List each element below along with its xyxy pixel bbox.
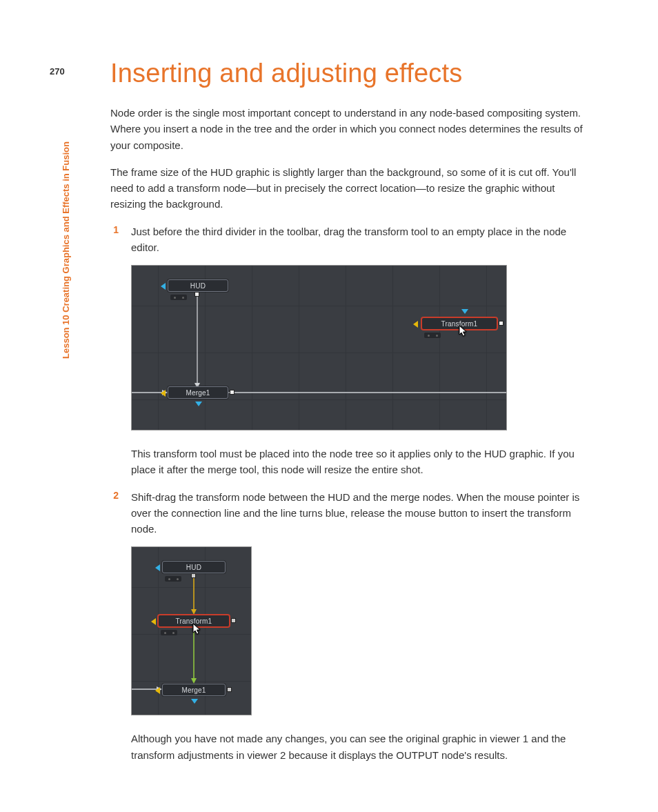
svg-marker-6 <box>191 609 197 615</box>
intro-paragraph-1: Node order is the single most important … <box>110 105 593 153</box>
output-port[interactable] <box>230 390 235 395</box>
page-number: 270 <box>50 66 65 77</box>
effect-mask-port-icon <box>461 309 468 314</box>
node-label: Merge1 <box>186 389 210 397</box>
node-label: Merge1 <box>181 686 206 694</box>
effect-mask-port-icon <box>195 402 202 406</box>
node-viewer-dots <box>161 630 177 635</box>
step-1: 1 Just before the third divider in the t… <box>110 224 593 256</box>
hud-node[interactable]: HUD <box>168 279 228 292</box>
node-label: HUD <box>190 282 206 290</box>
output-port[interactable] <box>227 687 232 692</box>
background-port-icon <box>155 687 160 694</box>
background-port-icon <box>161 390 166 397</box>
step-2: 2 Shift-drag the transform node between … <box>110 489 593 537</box>
step-number: 1 <box>110 224 119 256</box>
node-label: HUD <box>186 564 201 571</box>
after-step-2-text: Although you have not made any changes, … <box>131 731 593 763</box>
svg-marker-8 <box>191 678 197 684</box>
node-viewer-dots <box>165 576 181 582</box>
after-step-1-text: This transform tool must be placed into … <box>131 446 593 478</box>
input-port-icon <box>413 321 418 328</box>
output-port[interactable] <box>191 573 196 578</box>
step-text: Just before the third divider in the too… <box>131 224 593 256</box>
output-port[interactable] <box>499 321 504 326</box>
output-port[interactable] <box>195 292 199 297</box>
merge-node[interactable]: Merge1 <box>168 386 228 399</box>
figure-1: HUD Transform1 <box>131 265 593 430</box>
page-title: Inserting and adjusting effects <box>110 59 596 88</box>
hud-node[interactable]: HUD <box>162 561 226 573</box>
lesson-sidebar-label: Lesson 10 Creating Graphics and Effects … <box>61 103 71 359</box>
node-editor[interactable]: HUD Transform1 <box>131 265 507 430</box>
step-text: Shift-drag the transform node between th… <box>131 489 593 537</box>
output-port[interactable] <box>231 618 236 623</box>
content-body: Node order is the single most important … <box>110 105 593 763</box>
mouse-cursor-icon <box>192 623 202 635</box>
viewer-1-indicator-icon <box>155 564 160 571</box>
viewer-1-indicator-icon <box>161 283 166 290</box>
intro-paragraph-2: The frame size of the HUD graphic is sli… <box>110 164 593 212</box>
node-viewer-dots <box>170 295 187 300</box>
page: 270 Lesson 10 Creating Graphics and Effe… <box>0 0 658 812</box>
merge-node[interactable]: Merge1 <box>162 684 226 696</box>
step-number: 2 <box>110 490 119 537</box>
input-port-icon <box>151 618 156 625</box>
node-editor[interactable]: HUD Transform1 <box>131 546 252 715</box>
mouse-cursor-icon <box>459 325 468 337</box>
effect-mask-port-icon <box>191 699 198 704</box>
node-viewer-dots <box>424 333 441 338</box>
figure-2: HUD Transform1 <box>131 546 593 715</box>
